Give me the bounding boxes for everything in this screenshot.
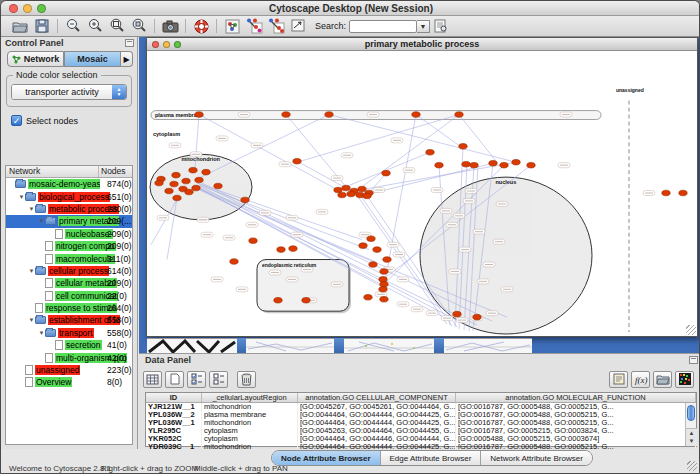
tab-network[interactable]: Network [7, 51, 64, 67]
compartment-label: cytoplasm [153, 131, 180, 137]
graph-node [500, 162, 508, 168]
tree-row[interactable]: nucleobase-209(0) [6, 228, 132, 240]
table-row[interactable]: YPL036W__1mitochondrion[GO:0044464, GO:0… [146, 419, 696, 427]
graph-node [380, 296, 388, 302]
tree-row[interactable]: ▼metabolic process280(0) [6, 203, 132, 215]
app-titlebar[interactable]: Cytoscape Desktop (New Session) [1, 1, 700, 16]
new-attribute-button[interactable] [165, 371, 184, 388]
function-icon: f(x) [634, 374, 648, 385]
tree-row[interactable]: secretion41(0) [6, 339, 132, 351]
layout-button-1[interactable] [243, 17, 265, 35]
tree-row[interactable]: nitrogen compo209(0) [6, 240, 132, 252]
unselect-attributes-button[interactable] [209, 371, 228, 388]
graph-node [453, 311, 461, 317]
search-options-button[interactable] [430, 17, 452, 35]
tree-expand-arrow-icon[interactable]: ▼ [28, 268, 35, 274]
table-row[interactable]: YKR052Ccytoplasm[GO:0044464, GO:0044446,… [146, 435, 696, 443]
zoom-selected-button[interactable] [128, 17, 150, 35]
attribute-matrix-button[interactable] [675, 371, 694, 388]
tab-overflow-button[interactable]: ▶ [121, 51, 133, 67]
search-dropdown-button[interactable]: ▼ [417, 20, 430, 33]
select-attributes-button[interactable] [187, 371, 206, 388]
table-scrollbar[interactable]: ▲▼ [685, 403, 696, 446]
color-attribute-dropdown[interactable]: transporter activity ▲▼ [11, 84, 127, 100]
status-zoom-hint: Right-click + drag to ZOOM [101, 464, 198, 473]
search-input[interactable] [349, 20, 417, 33]
tree-row[interactable]: mosaic-demo-yeast874(0) [6, 178, 132, 190]
snapshot-button[interactable] [159, 17, 181, 35]
background-window-fragment[interactable] [147, 338, 237, 353]
delete-attribute-button[interactable] [237, 371, 256, 388]
background-window-edge[interactable] [237, 338, 246, 353]
tree-row[interactable]: ▼establishment of lo558(0) [6, 314, 132, 326]
background-window-fragment[interactable] [246, 338, 334, 353]
tree-row[interactable]: multi-organism pro42(0) [6, 351, 132, 363]
tree-row[interactable]: Overview8(0) [6, 376, 132, 388]
zoom-out-button[interactable] [62, 17, 84, 35]
tree-row[interactable]: response to stimulu264(0) [6, 302, 132, 314]
column-header[interactable]: annotation.GO CELLULAR_COMPONENT [298, 393, 456, 402]
scrollbar-buttons[interactable]: ▲▼ [686, 428, 697, 446]
zoom-in-button[interactable] [84, 17, 106, 35]
tab-mosaic[interactable]: Mosaic [64, 51, 121, 67]
tree-expand-arrow-icon[interactable]: ▼ [38, 330, 45, 336]
tree-row[interactable]: ▼primary metabo209(... [6, 215, 132, 227]
tree-row[interactable]: macromolecule311(0) [6, 252, 132, 264]
tree-expand-arrow-icon[interactable]: ▼ [28, 206, 35, 212]
column-header[interactable]: _cellularLayoutRegion [202, 393, 298, 402]
tree-row[interactable]: cellular metabol209(0) [6, 277, 132, 289]
tree-row[interactable]: cell communicat22(0) [6, 290, 132, 302]
tree-expand-arrow-icon[interactable]: ▼ [38, 218, 45, 224]
tree-row[interactable]: unassigned223(0) [6, 364, 132, 376]
save-session-button[interactable] [31, 17, 53, 35]
table-row[interactable]: YJR121W__1mitochondrion[GO:0045267, GO:0… [146, 403, 696, 411]
float-data-panel-icon[interactable] [689, 356, 698, 364]
network-view-window[interactable]: primary metabolic process plasma membran… [146, 37, 698, 337]
tab-node-attribute-browser[interactable]: Node Attribute Browser [272, 451, 381, 465]
attribute-table-button[interactable] [143, 371, 162, 388]
background-window-edge[interactable] [434, 338, 444, 353]
tree-column-network[interactable]: Network [6, 166, 99, 177]
group-legend: Node color selection [13, 70, 101, 80]
open-file-button[interactable] [9, 17, 31, 35]
network-file-icon [45, 241, 53, 251]
scrollbar-thumb[interactable] [687, 405, 695, 421]
tree-row[interactable]: ▼transport558(0) [6, 327, 132, 339]
import-attributes-button[interactable] [653, 371, 672, 388]
node-count: 209(... [107, 216, 131, 226]
tree-row[interactable]: ▼cellular process614(0) [6, 265, 132, 277]
network-graph[interactable]: plasma membranecytoplasmmitochondrionnuc… [147, 51, 697, 336]
table-row[interactable]: YLR295Ccytoplasm[GO:0045263, GO:0044464,… [146, 427, 696, 435]
background-window-fragment[interactable] [444, 338, 532, 353]
network-window-titlebar[interactable]: primary metabolic process [147, 38, 697, 51]
attribute-editor-button[interactable] [609, 371, 628, 388]
matrix-icon [679, 373, 691, 385]
attribute-table: ID_cellularLayoutRegionannotation.GO CEL… [145, 392, 697, 447]
annotation-button[interactable] [287, 17, 309, 35]
tab-edge-attribute-browser[interactable]: Edge Attribute Browser [381, 451, 482, 465]
graph-node [302, 297, 310, 303]
column-header[interactable]: ID [146, 393, 202, 402]
tree-row[interactable]: ▼biological_process651(0) [6, 190, 132, 202]
background-window-edge[interactable] [334, 338, 344, 353]
function-builder-button[interactable]: f(x) [631, 371, 650, 388]
tree-expand-arrow-icon[interactable]: ▼ [28, 317, 35, 323]
help-button[interactable] [190, 17, 212, 35]
layout-button-2[interactable] [265, 17, 287, 35]
node-count: 651(0) [107, 192, 132, 202]
column-header[interactable]: annotation.GO MOLECULAR_FUNCTION [456, 393, 696, 402]
float-panel-icon[interactable] [125, 39, 134, 47]
tab-network-attribute-browser[interactable]: Network Attribute Browser [481, 451, 591, 465]
tree-column-nodes[interactable]: Nodes [99, 166, 132, 177]
network-window-resize-grip[interactable] [686, 325, 696, 335]
table-row[interactable]: YPL036W__2plasma membrane[GO:0044464, GO… [146, 411, 696, 419]
node-count: 264(0) [107, 303, 132, 313]
select-nodes-checkbox[interactable]: ✓ [11, 115, 22, 126]
network-panel-button[interactable] [221, 17, 243, 35]
tree-expand-arrow-icon[interactable]: ▼ [18, 194, 25, 200]
app-resize-grip[interactable] [687, 461, 697, 471]
folder-icon [15, 180, 26, 188]
zoom-fit-button[interactable] [106, 17, 128, 35]
network-canvas[interactable]: plasma membranecytoplasmmitochondrionnuc… [147, 51, 697, 336]
background-window-fragment[interactable] [344, 338, 434, 353]
